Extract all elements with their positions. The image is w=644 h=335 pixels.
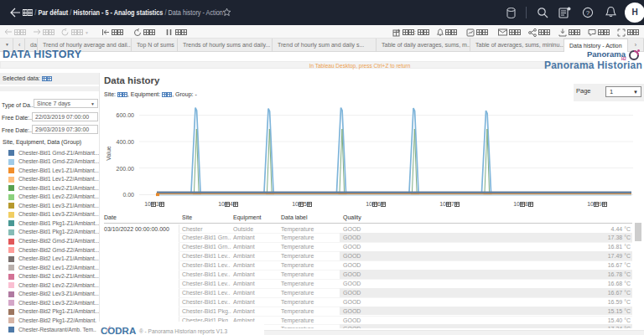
svg-text:200.00: 200.00 — [117, 166, 135, 172]
svg-text:?: ? — [586, 9, 590, 17]
svg-text:0.00: 0.00 — [122, 192, 134, 198]
svg-text:Value: Value — [106, 146, 112, 160]
svg-text:400.00: 400.00 — [117, 139, 135, 145]
svg-text:600.00: 600.00 — [117, 112, 135, 118]
